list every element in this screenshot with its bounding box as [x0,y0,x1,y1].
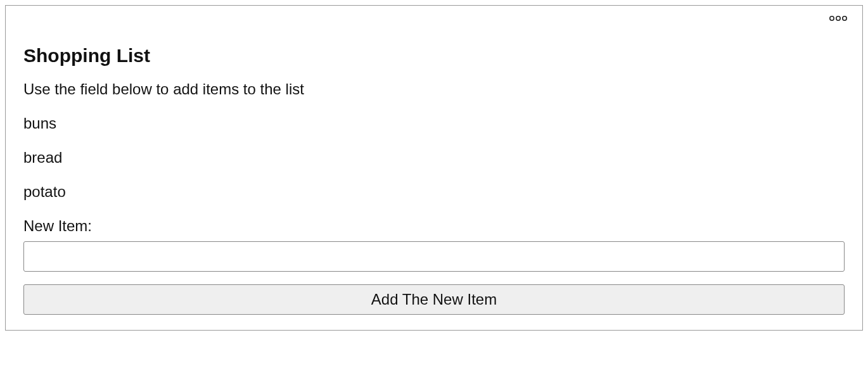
more-horizontal-icon [828,15,848,22]
add-item-button[interactable]: Add The New Item [23,284,845,315]
list-item: bread [23,149,845,167]
new-item-label: New Item: [23,217,845,235]
svg-point-1 [836,16,840,20]
new-item-input[interactable] [23,241,845,272]
shopping-list-card: Shopping List Use the field below to add… [5,5,863,331]
items-list: buns bread potato [23,115,845,201]
svg-point-2 [843,16,846,20]
card-title: Shopping List [23,45,845,66]
list-item: buns [23,115,845,132]
more-options-button[interactable] [828,15,848,22]
list-item: potato [23,183,845,201]
svg-point-0 [830,16,834,20]
card-description: Use the field below to add items to the … [23,80,845,98]
